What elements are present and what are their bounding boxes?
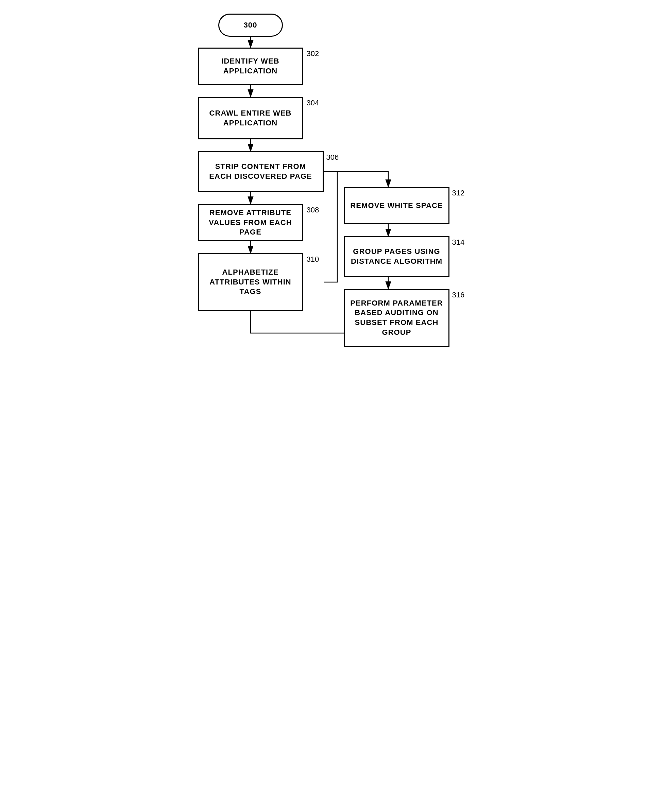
node-304: CRAWL ENTIRE WEBAPPLICATION <box>198 97 303 139</box>
node-304-label: CRAWL ENTIRE WEBAPPLICATION <box>209 108 291 128</box>
node-302-label: IDENTIFY WEBAPPLICATION <box>221 56 279 76</box>
ref-308: 308 <box>307 206 319 214</box>
node-310: ALPHABETIZEATTRIBUTES WITHINTAGS <box>198 253 303 311</box>
ref-310: 310 <box>307 255 319 264</box>
node-306: STRIP CONTENT FROMEACH DISCOVERED PAGE <box>198 151 324 192</box>
node-302: IDENTIFY WEBAPPLICATION <box>198 47 303 85</box>
node-316: PERFORM PARAMETERBASED AUDITING ONSUBSET… <box>344 289 450 347</box>
start-label: 300 <box>243 21 257 30</box>
ref-314: 314 <box>452 238 465 247</box>
start-node: 300 <box>218 14 283 37</box>
ref-306: 306 <box>326 153 339 162</box>
node-316-label: PERFORM PARAMETERBASED AUDITING ONSUBSET… <box>350 298 443 337</box>
ref-312: 312 <box>452 189 465 197</box>
node-312-label: REMOVE WHITE SPACE <box>350 201 443 211</box>
node-312: REMOVE WHITE SPACE <box>344 187 450 224</box>
node-314: GROUP PAGES USINGDISTANCE ALGORITHM <box>344 236 450 277</box>
ref-302: 302 <box>307 49 319 58</box>
ref-304: 304 <box>307 99 319 107</box>
node-306-label: STRIP CONTENT FROMEACH DISCOVERED PAGE <box>209 162 312 181</box>
ref-316: 316 <box>452 291 465 299</box>
node-310-label: ALPHABETIZEATTRIBUTES WITHINTAGS <box>210 267 291 297</box>
node-308: REMOVE ATTRIBUTEVALUES FROM EACH PAGE <box>198 204 303 241</box>
node-308-label: REMOVE ATTRIBUTEVALUES FROM EACH PAGE <box>202 208 299 237</box>
node-314-label: GROUP PAGES USINGDISTANCE ALGORITHM <box>351 247 442 266</box>
flowchart-container: 300 IDENTIFY WEBAPPLICATION 302 CRAWL EN… <box>177 7 470 754</box>
